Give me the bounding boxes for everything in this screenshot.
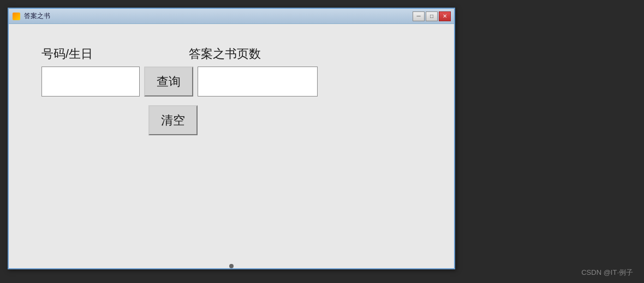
- clear-button[interactable]: 清空: [148, 105, 198, 135]
- label-da: 答案之书页数: [189, 46, 261, 62]
- query-button[interactable]: 查询: [144, 67, 193, 97]
- title-bar-buttons: ─ □ ✕: [413, 11, 451, 21]
- da-output[interactable]: [198, 67, 318, 97]
- close-button[interactable]: ✕: [439, 11, 451, 21]
- clear-row: 清空: [41, 105, 421, 135]
- window-icon: [12, 12, 21, 21]
- application-window: 答案之书 ─ □ ✕ 号码/生日 答案之书页数 查询: [8, 8, 455, 269]
- form-area: 号码/生日 答案之书页数 查询 清空: [41, 46, 421, 135]
- minimize-button[interactable]: ─: [413, 11, 425, 21]
- resize-handle[interactable]: [229, 264, 234, 268]
- window-content: 号码/生日 答案之书页数 查询 清空: [9, 24, 454, 268]
- window-icon-inner: [13, 13, 20, 20]
- title-bar: 答案之书 ─ □ ✕: [9, 9, 454, 24]
- labels-row: 号码/生日 答案之书页数: [41, 46, 421, 62]
- hao-input[interactable]: [41, 67, 140, 97]
- label-hao: 号码/生日: [41, 46, 140, 62]
- desktop: 答案之书 ─ □ ✕ 号码/生日 答案之书页数 查询: [0, 0, 644, 283]
- inputs-row: 查询: [41, 67, 421, 97]
- watermark: CSDN @IT·例子: [581, 268, 633, 278]
- restore-button[interactable]: □: [426, 11, 438, 21]
- window-title: 答案之书: [24, 11, 413, 21]
